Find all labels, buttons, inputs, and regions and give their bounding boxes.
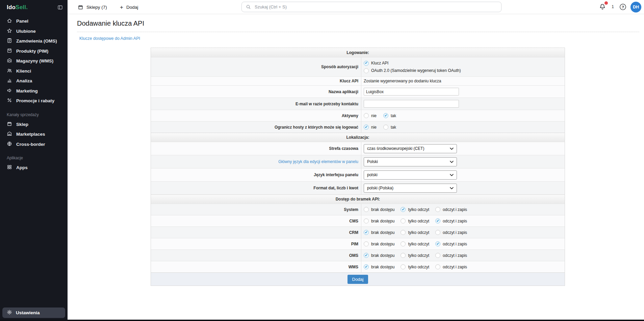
radio-system-brak-dostepu[interactable] [364,207,369,212]
building-icon [7,131,12,137]
radio-crm-tylko-odczyt[interactable] [401,230,406,235]
radio-oms-tylko-odczyt[interactable] [401,253,406,258]
section-header-bramki: Dostęp do bramek API: [151,194,565,204]
api-key-form: Logowanie: Sposób autoryzacji Klucz API … [151,48,565,286]
sidebar-item-analiza[interactable]: Analiza [0,76,68,86]
sidebar-collapse-icon[interactable] [57,5,63,10]
radio-system-odczyt-i-zapis[interactable] [435,207,440,212]
section-header-logowanie: Logowanie: [151,48,565,57]
bar-chart-icon [7,78,12,84]
row-main-language: Główny język dla edycji elementów w pane… [151,155,565,168]
radio-wms-brak-dostepu[interactable] [364,264,369,269]
sidebar: IdoSell. Panel Ulubione Zamówienia (OMS)… [0,0,68,321]
row-gateway-oms: OMS brak dostępu tylko odczyt odczyt i z… [151,249,565,261]
gear-icon [7,310,12,316]
search-icon [246,4,251,9]
plus-icon: + [120,4,123,10]
title-divider [77,32,639,32]
row-gateway-pim: PIM brak dostępu tylko odczyt odczyt i z… [151,238,565,249]
home-icon [7,18,12,24]
contact-email-input[interactable] [364,100,459,108]
form-footer: Dodaj [151,272,565,286]
sidebar-item-panel[interactable]: Panel [0,16,68,26]
sidebar-item-sklep[interactable]: Sklep [0,119,68,130]
radio-restrict-nie[interactable] [364,125,369,130]
radio-cms-brak-dostepu[interactable] [364,218,369,223]
chevron-down-icon [450,148,454,150]
sidebar-item-marketing[interactable]: Marketing [0,86,68,96]
notification-count[interactable]: 1 [612,4,614,9]
add-button[interactable]: + Dodaj [120,0,138,14]
radio-active-tak[interactable] [383,113,388,118]
radio-oms-brak-dostepu[interactable] [364,253,369,258]
idosell-logo[interactable]: IdoSell. [7,4,28,11]
sidebar-item-marketplaces[interactable]: Marketplaces [0,129,68,139]
search-input[interactable] [254,4,497,10]
shops-button[interactable]: Sklepy (7) [78,0,107,14]
radio-cms-tylko-odczyt[interactable] [401,218,406,223]
notifications-button[interactable] [599,3,607,11]
row-email: E-mail w razie potrzeby kontaktu [151,98,565,110]
radio-auth-klucz-api[interactable] [364,61,369,66]
sidebar-item-ulubione[interactable]: Ulubione [0,26,68,36]
interface-language-select[interactable]: polski [364,170,457,180]
sidebar-item-crossborder[interactable]: Cross-border [0,139,68,150]
sidebar-item-ustawienia[interactable]: Ustawienia [2,307,65,318]
submit-button[interactable]: Dodaj [347,275,368,284]
grid-icon [7,164,12,171]
bottom-edge-bar [0,320,644,321]
radio-crm-odczyt-i-zapis[interactable] [435,230,440,235]
radio-system-tylko-odczyt[interactable] [401,207,406,212]
sidebar-item-promocje[interactable]: Promocje i rabaty [0,96,68,106]
row-gateway-wms: WMS brak dostępu tylko odczyt odczyt i z… [151,261,565,272]
radio-oms-odczyt-i-zapis[interactable] [435,253,440,258]
app-name-input[interactable] [364,88,459,96]
sidebar-item-produkty[interactable]: Produkty (PIM) [0,46,68,56]
storefront-icon [7,121,12,128]
admin-api-keys-link[interactable]: Klucze dostępowe do Admin API [79,36,140,41]
sidebar-item-klienci[interactable]: Klienci [0,66,68,76]
users-icon [7,68,12,74]
radio-auth-oauth[interactable] [364,68,369,73]
radio-pim-odczyt-i-zapis[interactable] [435,241,440,246]
row-restrict-hosts: Ogranicz hosty z których może się logowa… [151,121,565,133]
radio-pim-tylko-odczyt[interactable] [401,241,406,246]
radio-wms-odczyt-i-zapis[interactable] [435,264,440,269]
section-header-lokalizacja: Lokalizacja: [151,133,565,142]
main-language-select[interactable]: Polski [364,157,457,166]
radio-cms-odczyt-i-zapis[interactable] [435,218,440,223]
auth-option-oauth: OAuth 2.0 (Samodzielnie wygeneruj token … [364,68,461,73]
question-circle-icon: ? [619,3,626,10]
help-button[interactable]: ? [619,3,626,12]
row-app-name: Nazwa aplikacji [151,85,565,98]
radio-wms-tylko-odczyt[interactable] [401,264,406,269]
radio-pim-brak-dostepu[interactable] [364,241,369,246]
main-content: Dodawanie klucza API Klucze dostępowe do… [68,0,644,286]
row-timezone: Strefa czasowa czas środkowoeuropejski (… [151,142,565,155]
percent-icon [7,98,12,104]
avatar[interactable]: DH [630,2,641,12]
box-icon [7,48,12,54]
topbar: Sklepy (7) + Dodaj 1 ? DH [68,0,644,14]
globe-icon [7,141,12,148]
auth-option-klucz-api: Klucz API [364,61,388,66]
row-interface-language: Język interfejsu panelu polski [151,168,565,181]
radio-active-nie[interactable] [364,113,369,118]
api-key-value: Zostanie wygenerowany po dodaniu klucza [364,79,441,83]
restrict-option-nie: nie [364,125,377,130]
clipboard-check-icon [7,38,12,44]
radio-restrict-tak[interactable] [383,125,388,130]
warehouse-icon [7,58,12,64]
active-option-tak: tak [383,113,396,118]
star-icon [7,28,12,34]
row-api-key: Klucz API Zostanie wygenerowany po dodan… [151,76,565,85]
sidebar-item-magazyny[interactable]: Magazyny (WMS) [0,56,68,66]
storefront-icon [78,4,83,10]
chevron-down-icon [450,161,454,163]
timezone-select[interactable]: czas środkowoeuropejski (CET) [364,144,457,153]
radio-crm-brak-dostepu[interactable] [364,230,369,235]
sidebar-item-zamowienia[interactable]: Zamówienia (OMS) [0,36,68,46]
sidebar-item-apps[interactable]: Apps [0,163,68,173]
format-select[interactable]: polski (Polska) [364,184,457,193]
main-language-link[interactable]: Główny język dla edycji elementów w pane… [151,155,361,168]
